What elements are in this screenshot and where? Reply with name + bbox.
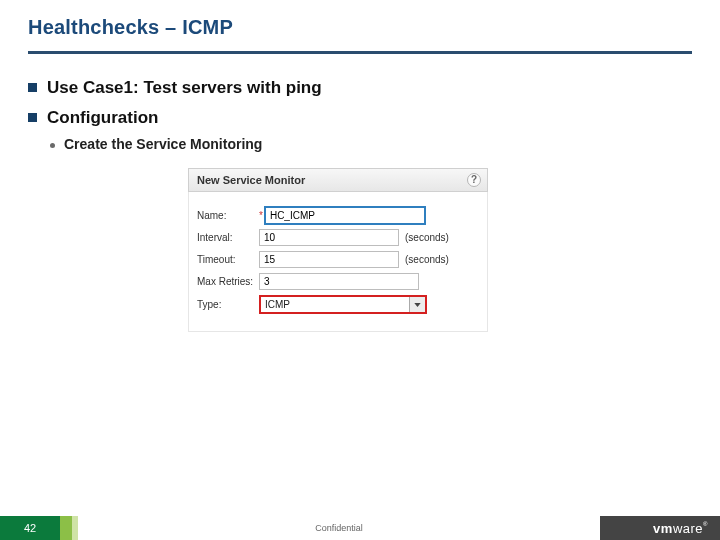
vmware-logo-text: vmware® <box>653 521 708 536</box>
interval-input[interactable] <box>259 229 399 246</box>
vmware-logo: vmware® <box>600 516 720 540</box>
timeout-unit: (seconds) <box>405 254 449 265</box>
slide: Healthchecks – ICMP Use Case1: Test serv… <box>0 0 720 540</box>
footer-accent <box>60 516 72 540</box>
label-retries: Max Retries: <box>197 276 259 287</box>
subbullet-create-text: Create the Service Monitoring <box>64 136 262 152</box>
square-bullet-icon <box>28 113 37 122</box>
dialog-body: Name: * Interval: (seconds) Timeout: (se… <box>188 192 488 332</box>
dialog-titlebar: New Service Monitor ? <box>188 168 488 192</box>
label-interval: Interval: <box>197 232 259 243</box>
row-retries: Max Retries: <box>197 273 479 290</box>
type-select[interactable]: ICMP <box>259 295 427 314</box>
bullet-config-text: Configuration <box>47 108 158 128</box>
bullet-config: Configuration <box>28 108 692 128</box>
page-number: 42 <box>0 516 60 540</box>
type-select-wrap: ICMP <box>259 295 427 314</box>
slide-title: Healthchecks – ICMP <box>28 16 692 39</box>
slide-header: Healthchecks – ICMP <box>0 0 720 45</box>
label-type: Type: <box>197 299 259 310</box>
required-asterisk-icon: * <box>259 210 263 221</box>
slide-footer: 42 Confidential vmware® <box>0 516 720 540</box>
registered-icon: ® <box>703 521 708 527</box>
row-interval: Interval: (seconds) <box>197 229 479 246</box>
help-icon[interactable]: ? <box>467 173 481 187</box>
footer-spacer: Confidential <box>78 516 600 540</box>
dialog-new-service-monitor: New Service Monitor ? Name: * Interval: … <box>188 168 488 332</box>
bullet-usecase: Use Case1: Test servers with ping <box>28 78 692 98</box>
row-type: Type: ICMP <box>197 295 479 314</box>
label-timeout: Timeout: <box>197 254 259 265</box>
slide-content: Use Case1: Test servers with ping Config… <box>0 54 720 332</box>
row-name: Name: * <box>197 207 479 224</box>
row-timeout: Timeout: (seconds) <box>197 251 479 268</box>
square-bullet-icon <box>28 83 37 92</box>
dot-bullet-icon <box>50 143 55 148</box>
timeout-input[interactable] <box>259 251 399 268</box>
subbullet-create: Create the Service Monitoring <box>50 136 692 152</box>
label-name: Name: <box>197 210 259 221</box>
chevron-down-icon <box>409 297 425 312</box>
name-input[interactable] <box>265 207 425 224</box>
retries-input[interactable] <box>259 273 419 290</box>
interval-unit: (seconds) <box>405 232 449 243</box>
dialog-title: New Service Monitor <box>197 174 305 186</box>
bullet-usecase-text: Use Case1: Test servers with ping <box>47 78 322 98</box>
type-select-value: ICMP <box>261 299 294 310</box>
confidential-label: Confidential <box>315 523 363 533</box>
